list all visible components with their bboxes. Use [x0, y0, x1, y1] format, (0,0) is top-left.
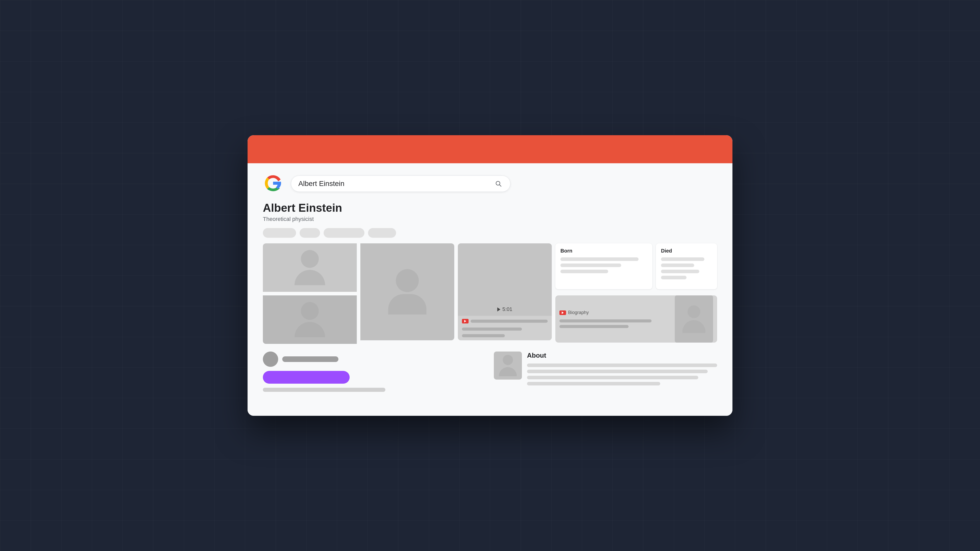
- about-line-4: [527, 382, 660, 386]
- about-text-block: About: [527, 351, 717, 392]
- svg-line-1: [500, 185, 501, 186]
- died-card: Died: [656, 243, 717, 289]
- browser-chrome: [248, 135, 732, 163]
- video-list-item-1[interactable]: [462, 319, 548, 324]
- video-duration-row: 5:01: [497, 306, 512, 312]
- about-line-3: [527, 376, 698, 380]
- born-line-3: [560, 270, 608, 273]
- youtube-icon-1: [462, 319, 469, 324]
- video-list-item-3: [462, 334, 548, 337]
- username-bar: [282, 356, 339, 362]
- person-placeholder-3: [388, 269, 426, 314]
- video-title-bar-1: [471, 320, 548, 323]
- bio-thumbnail: [675, 295, 713, 343]
- died-line-1: [661, 257, 704, 261]
- browser-window: Albert Einstein Albert Einstein Theoreti…: [248, 135, 732, 416]
- video-list: [458, 316, 552, 340]
- died-line-2: [661, 264, 694, 267]
- user-avatar: [263, 351, 278, 367]
- photo-card-bottom: [263, 295, 357, 344]
- google-logo: [263, 173, 283, 194]
- video-extra-bar: [462, 334, 505, 337]
- person-placeholder-2: [294, 302, 325, 337]
- born-line-2: [560, 264, 621, 267]
- tag-works[interactable]: [368, 228, 396, 238]
- tag-overview[interactable]: [263, 228, 296, 238]
- video-subtitle-bar: [462, 327, 522, 330]
- search-input[interactable]: Albert Einstein: [298, 179, 494, 188]
- biography-card[interactable]: Biography: [555, 295, 717, 343]
- page-title: Albert Einstein: [263, 202, 717, 214]
- person-placeholder-1: [294, 250, 325, 285]
- biography-label: Biography: [568, 310, 589, 315]
- died-label: Died: [661, 248, 712, 254]
- born-label: Born: [560, 248, 647, 254]
- content-grid: 5:01: [263, 243, 717, 344]
- person-placeholder-about: [499, 355, 517, 376]
- video-duration: 5:01: [503, 306, 512, 312]
- video-list-item-2: [462, 326, 548, 330]
- follow-button[interactable]: [263, 371, 350, 384]
- about-line-1: [527, 364, 717, 367]
- tag-row: [263, 228, 717, 238]
- about-label: About: [527, 351, 717, 359]
- youtube-icon-bio: [559, 310, 566, 315]
- left-bottom: [263, 351, 486, 392]
- person-placeholder-bio: [682, 305, 705, 333]
- play-icon: [497, 307, 501, 311]
- bottom-section: About: [263, 351, 717, 392]
- bio-text-1: [559, 319, 652, 322]
- died-line-3: [661, 270, 699, 273]
- about-line-2: [527, 370, 708, 373]
- died-line-4: [661, 276, 687, 279]
- browser-content: Albert Einstein Albert Einstein Theoreti…: [248, 163, 732, 416]
- video-thumbnail: 5:01: [458, 243, 552, 316]
- about-avatar: [494, 351, 522, 380]
- photo-card-secondary: [360, 243, 454, 340]
- user-row: [263, 351, 486, 367]
- extra-info-bar: [263, 388, 385, 392]
- result-subtitle: Theoretical physicist: [263, 216, 717, 222]
- born-line-1: [560, 257, 638, 261]
- tag-earlylife[interactable]: [324, 228, 364, 238]
- bio-text-2: [559, 325, 628, 328]
- search-icon[interactable]: [494, 179, 503, 188]
- photo-card-top: [263, 243, 357, 292]
- video-card[interactable]: 5:01: [458, 243, 552, 340]
- right-bottom: About: [494, 351, 717, 392]
- search-bar[interactable]: Albert Einstein: [291, 176, 511, 192]
- born-card: Born: [555, 243, 652, 289]
- search-row: Albert Einstein: [263, 173, 717, 194]
- tag-facts[interactable]: [300, 228, 320, 238]
